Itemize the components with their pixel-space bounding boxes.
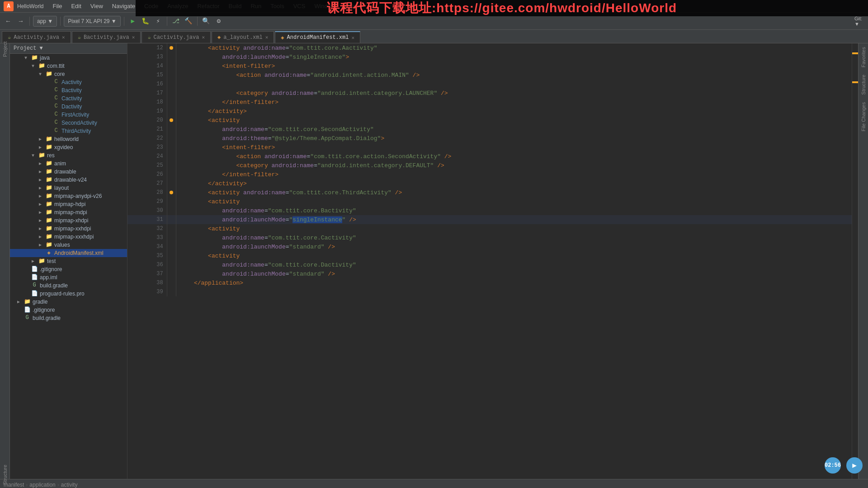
tree-res[interactable]: ▼ 📁 res	[10, 151, 127, 160]
tab-close[interactable]: ✕	[351, 35, 354, 41]
tree-bactivity[interactable]: C Bactivity	[10, 86, 127, 94]
debug-button[interactable]: 🐛	[140, 16, 151, 27]
play-button[interactable]: ▶	[846, 457, 863, 474]
code-content[interactable]: </application>	[176, 278, 852, 287]
device-dropdown[interactable]: Pixel 7 XL API 29 ▼	[64, 16, 121, 27]
tree-gitignore-app[interactable]: 📄 .gitignore	[10, 265, 127, 273]
menu-item-navigate[interactable]: Navigate	[108, 2, 139, 10]
code-content[interactable]: android:theme="@style/Theme.AppCompat.Di…	[176, 134, 852, 143]
tree-buildgradle-app[interactable]: G build.gradle	[10, 282, 127, 290]
code-content[interactable]: android:launchMode="singleInstance" />	[176, 215, 852, 224]
tree-mipmap-xxhdpi[interactable]: ▶ 📁 mipmap-xxhdpi	[10, 225, 127, 233]
menu-item-view[interactable]: View	[87, 2, 107, 10]
tab-bactivity[interactable]: ☕ Bactivity.java ✕	[72, 31, 141, 43]
tree-aactivity[interactable]: C Aactivity	[10, 78, 127, 86]
favorites-panel[interactable]: Favorites	[859, 43, 868, 71]
structure-icon[interactable]: Structure	[1, 471, 9, 479]
structure-panel[interactable]: Structure	[859, 71, 868, 99]
breadcrumb-application[interactable]: application	[29, 482, 55, 488]
code-content[interactable]: </intent-filter>	[176, 170, 852, 179]
tree-proguard[interactable]: 📄 proguard-rules.pro	[10, 290, 127, 298]
code-editor[interactable]: 12 <activity android:name="com.ttit.core…	[127, 43, 852, 479]
tree-firstactivity[interactable]: C FirstActivity	[10, 111, 127, 119]
tree-thirdactivity[interactable]: C ThirdActivity	[10, 127, 127, 135]
tree-drawable[interactable]: ▶ 📁 drawable	[10, 168, 127, 176]
tree-androidmanifest[interactable]: ◈ AndroidManifest.xml	[10, 249, 127, 257]
tree-test[interactable]: ▶ 📁 test	[10, 257, 127, 265]
breadcrumb-activity[interactable]: activity	[61, 482, 78, 488]
code-content[interactable]: <activity	[176, 116, 852, 125]
code-content[interactable]: <activity android:name="com.ttit.core.Th…	[176, 188, 852, 197]
app-dropdown[interactable]: app ▼	[33, 16, 57, 27]
code-content[interactable]: <activity android:name="com.ttit.core.Aa…	[176, 43, 852, 52]
breakpoint-dot[interactable]	[170, 46, 173, 50]
tree-secondactivity[interactable]: C SecondActivity	[10, 119, 127, 127]
project-header[interactable]: Project ▼	[10, 43, 127, 54]
settings-button[interactable]: ⚙	[213, 16, 224, 27]
tab-cactivity[interactable]: ☕ Cactivity.java ✕	[142, 31, 211, 43]
tree-layout[interactable]: ▶ 📁 layout	[10, 184, 127, 192]
tab-close[interactable]: ✕	[265, 34, 269, 40]
code-content[interactable]: android:name="com.ttit.core.SecondActivi…	[176, 125, 852, 134]
back-button[interactable]: ←	[3, 16, 14, 27]
code-content[interactable]: android:launchMode="standard" />	[176, 269, 852, 278]
git-button[interactable]: Git: ▼	[854, 16, 865, 27]
build-button[interactable]: 🔨	[183, 16, 194, 27]
tree-values[interactable]: ▶ 📁 values	[10, 241, 127, 249]
tree-mipmap-hdpi[interactable]: ▶ 📁 mipmap-hdpi	[10, 200, 127, 208]
code-content[interactable]	[176, 80, 852, 89]
tree-comttit[interactable]: ▼ 📁 com.ttit	[10, 62, 127, 70]
tree-mipmap-xxxhdpi[interactable]: ▶ 📁 mipmap-xxxhdpi	[10, 233, 127, 241]
code-content[interactable]: android:launchMode="singleInstance">	[176, 52, 852, 61]
project-icon[interactable]: Project	[1, 45, 9, 53]
code-content[interactable]	[176, 287, 852, 296]
code-content[interactable]: <category android:name="android.intent.c…	[176, 161, 852, 170]
tree-drawable-v24[interactable]: ▶ 📁 drawable-v24	[10, 176, 127, 184]
tree-cactivity[interactable]: C Cactivity	[10, 94, 127, 103]
tab-layout[interactable]: ◈ a_layout.xml ✕	[212, 31, 274, 43]
tab-close[interactable]: ✕	[202, 34, 205, 40]
tree-gradle[interactable]: ▶ 📁 gradle	[10, 298, 127, 306]
forward-button[interactable]: →	[15, 16, 26, 27]
tree-dactivity[interactable]: C Dactivity	[10, 103, 127, 111]
code-content[interactable]: </activity>	[176, 179, 852, 188]
code-content[interactable]: <activity	[176, 197, 852, 206]
tree-buildgradle-root[interactable]: G build.gradle	[10, 314, 127, 322]
menu-item-file[interactable]: File	[49, 2, 66, 10]
tree-mipmap-mdpi[interactable]: ▶ 📁 mipmap-mdpi	[10, 208, 127, 216]
code-content[interactable]: <activity	[176, 224, 852, 233]
tree-java[interactable]: ▼ 📁 java	[10, 54, 127, 62]
tree-xgvideo[interactable]: ▶ 📁 xgvideo	[10, 143, 127, 151]
code-content[interactable]: <intent-filter>	[176, 61, 852, 70]
code-content[interactable]: android:name="com.ttit.core.Cactivity"	[176, 233, 852, 242]
tab-aactivity[interactable]: ☕ Aactivity.java ✕	[2, 31, 71, 43]
profile-button[interactable]: ⚡	[153, 16, 164, 27]
filechanges-panel[interactable]: File Changes	[859, 99, 868, 135]
code-content[interactable]: <action android:name="com.ttit.core.acti…	[176, 152, 852, 161]
tree-mipmap-xhdpi[interactable]: ▶ 📁 mipmap-xhdpi	[10, 216, 127, 225]
tab-manifest[interactable]: ◈ AndroidManifest.xml ✕	[275, 31, 360, 43]
code-content[interactable]: </activity>	[176, 107, 852, 116]
breakpoint-dot[interactable]	[170, 191, 173, 194]
tab-close[interactable]: ✕	[62, 34, 65, 40]
menu-item-edit[interactable]: Edit	[67, 2, 85, 10]
tree-anim[interactable]: ▶ 📁 anim	[10, 160, 127, 168]
code-content[interactable]: <activity	[176, 251, 852, 260]
tree-core[interactable]: ▼ 📁 core	[10, 70, 127, 78]
code-content[interactable]: <action android:name="android.intent.act…	[176, 70, 852, 80]
code-content[interactable]: android:name="com.ttit.core.Bactivity"	[176, 206, 852, 215]
run-button[interactable]: ▶	[127, 16, 138, 27]
tree-helloworld[interactable]: ▶ 📁 helloworld	[10, 135, 127, 143]
code-content[interactable]: android:name="com.ttit.core.Dactivity"	[176, 260, 852, 269]
code-content[interactable]: <category android:name="android.intent.c…	[176, 89, 852, 98]
code-content[interactable]: <intent-filter>	[176, 143, 852, 152]
tree-appiml[interactable]: 📄 app.iml	[10, 273, 127, 282]
vcs-button[interactable]: ⎇	[170, 16, 181, 27]
tree-gitignore-root[interactable]: 📄 .gitignore	[10, 306, 127, 314]
tree-mipmap-anydpi[interactable]: ▶ 📁 mipmap-anydpi-v26	[10, 192, 127, 200]
breakpoint-dot[interactable]	[170, 118, 173, 122]
code-content[interactable]: android:launchMode="standard" />	[176, 242, 852, 251]
search-button[interactable]: 🔍	[201, 16, 212, 27]
tab-close[interactable]: ✕	[132, 34, 135, 40]
code-content[interactable]: </intent-filter>	[176, 98, 852, 107]
